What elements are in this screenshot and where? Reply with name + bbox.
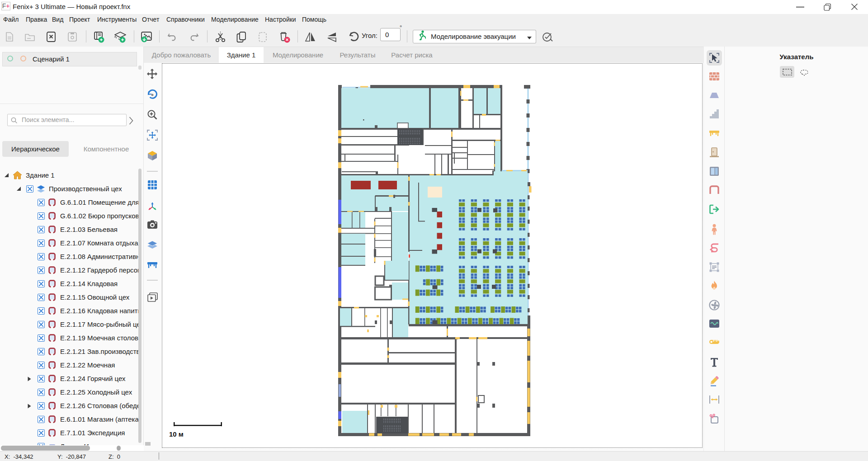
svg-text:10 м: 10 м bbox=[169, 430, 184, 438]
